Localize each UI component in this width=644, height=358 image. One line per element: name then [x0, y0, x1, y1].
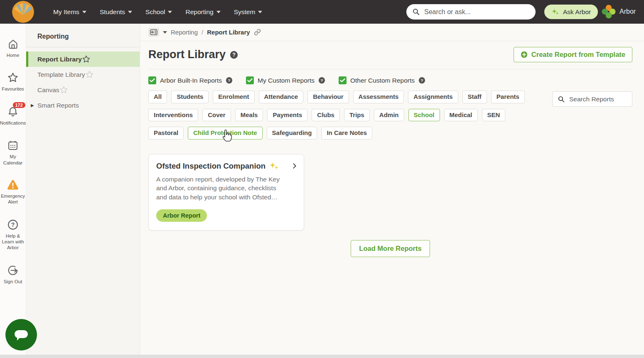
load-more-label: Load More Reports	[359, 245, 421, 253]
checkbox-label: Arbor Built-In Reports	[160, 77, 222, 84]
sidebar-item-my-calendar[interactable]: My Calendar	[0, 140, 26, 166]
module-item-canvas[interactable]: Canvas	[26, 82, 140, 98]
category-chips: AllStudentsEnrolmentAttendanceBehaviourA…	[148, 91, 543, 140]
category-chip-cover[interactable]: Cover	[202, 109, 231, 122]
chat-widget-button[interactable]	[5, 319, 37, 351]
report-card-ofsted-inspection-companion[interactable]: Ofsted Inspection CompanionA companion r…	[148, 154, 304, 230]
global-search-input[interactable]	[424, 8, 530, 16]
svg-text:?: ?	[321, 78, 323, 83]
chat-bubble-icon	[13, 327, 29, 342]
page-title: Report Library	[148, 48, 226, 61]
sidebar-item-sign-out[interactable]: Sign Out	[0, 265, 26, 284]
svg-text:?: ?	[11, 221, 15, 228]
sidebar-item-notifications[interactable]: 172Notifications	[0, 106, 26, 126]
category-chip-sen[interactable]: SEN	[482, 109, 506, 122]
chevron-down-icon	[258, 11, 262, 13]
sidebar-item-home[interactable]: Home	[0, 39, 26, 58]
module-sidebar: Reporting Report LibraryTemplate Library…	[26, 24, 140, 355]
search-icon	[412, 8, 420, 16]
nav-menu-school[interactable]: School	[145, 8, 172, 16]
favourite-star-icon[interactable]	[85, 70, 94, 79]
category-chip-attendance[interactable]: Attendance	[259, 91, 304, 103]
checkbox-checked-icon[interactable]	[339, 76, 347, 84]
module-item-smart-reports[interactable]: ▶Smart Reports	[26, 98, 140, 113]
page-header: Report Library ? Create Report from Temp…	[148, 47, 632, 69]
checkbox-checked-icon[interactable]	[148, 76, 156, 84]
school-logo[interactable]	[12, 1, 34, 23]
divider	[26, 47, 140, 47]
calendar-icon	[7, 140, 19, 151]
nav-menu-students[interactable]: Students	[100, 8, 132, 16]
category-chip-meals[interactable]: Meals	[235, 109, 263, 122]
category-chip-interventions[interactable]: Interventions	[148, 109, 198, 122]
category-chip-medical[interactable]: Medical	[444, 109, 478, 122]
help-icon[interactable]: ?	[318, 77, 325, 84]
nav-menu-label: Students	[100, 8, 125, 16]
home-icon	[7, 39, 19, 50]
notification-count-badge: 172	[13, 102, 25, 108]
category-chip-pastoral[interactable]: Pastoral	[148, 127, 184, 140]
collapse-sidebar-button[interactable]	[148, 28, 159, 37]
category-chip-in-care-notes[interactable]: In Care Notes	[321, 127, 372, 140]
filter-checkbox-my-custom-reports[interactable]: My Custom Reports?	[246, 76, 325, 84]
load-more-button[interactable]: Load More Reports	[351, 240, 430, 257]
checkbox-checked-icon[interactable]	[246, 76, 254, 84]
arbor-account[interactable]: Arbor	[602, 5, 636, 19]
category-chip-school[interactable]: School	[408, 109, 440, 122]
link-icon[interactable]	[254, 29, 261, 36]
sidebar-item-label: Notifications	[0, 120, 26, 126]
module-item-label: Report Library	[37, 56, 82, 63]
sparkles-icon	[269, 162, 280, 171]
breadcrumb-section[interactable]: Reporting	[171, 29, 198, 36]
top-navbar: My ItemsStudentsSchoolReportingSystem As…	[0, 0, 644, 24]
global-search[interactable]	[406, 4, 536, 20]
category-chip-enrolment[interactable]: Enrolment	[213, 91, 254, 103]
nav-menu-system[interactable]: System	[234, 8, 263, 16]
help-icon[interactable]: ?	[226, 77, 233, 84]
search-icon	[558, 96, 565, 103]
favourite-star-icon[interactable]	[59, 86, 68, 94]
category-chip-child-protection-note[interactable]: Child Protection Note	[188, 127, 262, 140]
sidebar-item-label: Home	[6, 52, 20, 58]
filter-checkbox-arbor-built-in-reports[interactable]: Arbor Built-In Reports?	[148, 76, 233, 84]
svg-text:?: ?	[228, 78, 231, 83]
expand-triangle-icon[interactable]: ▶	[31, 103, 34, 108]
report-search[interactable]	[552, 91, 632, 107]
module-item-template-library[interactable]: Template Library	[26, 67, 140, 82]
star-icon	[7, 72, 19, 83]
category-chip-assessments[interactable]: Assessments	[353, 91, 404, 103]
create-report-button[interactable]: Create Report from Template	[514, 47, 632, 62]
sidebar-item-favourites[interactable]: Favourites	[0, 72, 26, 92]
category-chip-admin[interactable]: Admin	[374, 109, 404, 122]
help-icon[interactable]: ?	[418, 77, 425, 84]
category-chip-parents[interactable]: Parents	[491, 91, 525, 103]
chevron-right-icon[interactable]	[291, 162, 298, 169]
nav-menu-reporting[interactable]: Reporting	[185, 8, 220, 16]
bottom-scrollbar-track[interactable]	[0, 355, 644, 358]
chevron-down-icon	[82, 11, 86, 13]
report-search-input[interactable]	[569, 96, 623, 103]
page-help-icon[interactable]: ?	[230, 51, 238, 59]
arbor-account-label: Arbor	[619, 8, 636, 15]
module-item-report-library[interactable]: Report Library	[26, 51, 140, 67]
nav-menu-my-items[interactable]: My Items	[53, 8, 86, 16]
nav-menu-label: System	[234, 8, 256, 16]
category-chip-safeguarding[interactable]: Safeguarding	[267, 127, 317, 140]
question-icon: ?	[7, 219, 19, 230]
filter-checkbox-other-custom-reports[interactable]: Other Custom Reports?	[339, 76, 425, 84]
breadcrumb-caret-icon[interactable]	[163, 31, 167, 34]
sidebar-item-emergency-alert[interactable]: Emergency Alert	[0, 179, 26, 205]
category-chip-behaviour[interactable]: Behaviour	[307, 91, 349, 103]
plus-circle-icon	[521, 51, 528, 58]
category-chip-all[interactable]: All	[148, 91, 167, 103]
sidebar-item-help-learn-with-arbor[interactable]: ?Help & Learn with Arbor	[0, 219, 26, 251]
category-chip-assignments[interactable]: Assignments	[408, 91, 458, 103]
category-chip-students[interactable]: Students	[171, 91, 209, 103]
category-chip-payments[interactable]: Payments	[267, 109, 307, 122]
category-chip-staff[interactable]: Staff	[462, 91, 487, 103]
report-card-title: Ofsted Inspection Companion	[156, 162, 265, 171]
ask-arbor-button[interactable]: Ask Arbor	[544, 5, 598, 19]
favourite-star-icon[interactable]	[82, 55, 91, 64]
category-chip-clubs[interactable]: Clubs	[312, 109, 340, 122]
category-chip-trips[interactable]: Trips	[344, 109, 370, 122]
